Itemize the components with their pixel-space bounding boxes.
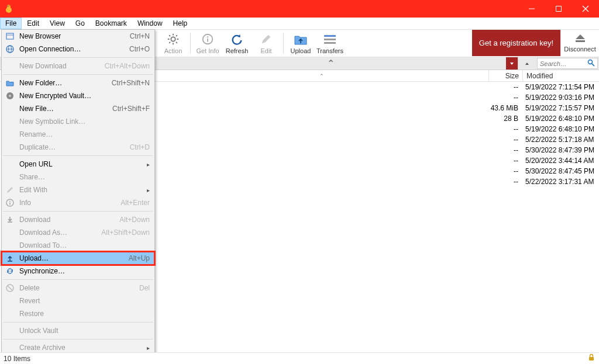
registration-label: Get a registration key! <box>479 39 553 47</box>
globe-icon <box>5 44 15 54</box>
menu-item-synchronize[interactable]: Synchronize… <box>2 265 154 278</box>
table-row[interactable]: --5/20/2022 3:44:14 AM <box>488 155 599 166</box>
menu-item-shortcut: Ctrl+Shift+N <box>112 79 150 87</box>
menu-item-label: Open Connection… <box>19 45 129 53</box>
search-input[interactable] <box>540 60 581 67</box>
table-row[interactable]: --5/22/2022 5:17:18 AM <box>488 134 599 145</box>
menu-item-label: Unlock Vault <box>19 327 150 335</box>
chevron-right-icon: ▸ <box>147 187 150 193</box>
toolbar-separator <box>283 33 284 54</box>
svg-point-17 <box>207 36 208 37</box>
column-modified[interactable]: Modified <box>523 70 599 81</box>
table-row[interactable]: 28 B5/19/2022 6:48:10 PM <box>488 113 599 124</box>
action-button[interactable]: Action <box>159 30 188 57</box>
svg-point-31 <box>9 95 11 97</box>
menu-item-label: Download To… <box>19 241 150 249</box>
menu-item-shortcut: Alt+Up <box>129 254 150 262</box>
menu-item-new-symbolic-link: New Symbolic Link… <box>2 115 154 128</box>
menu-item-download: DownloadAlt+Down <box>2 213 154 226</box>
info-icon <box>5 198 15 207</box>
svg-rect-19 <box>324 35 336 37</box>
location-dropdown[interactable] <box>506 57 518 70</box>
svg-line-24 <box>592 64 594 66</box>
menu-item-open-url[interactable]: Open URL▸ <box>2 158 154 171</box>
menu-item-revert: Revert <box>2 294 154 307</box>
status-text: 10 Items <box>4 355 30 363</box>
getinfo-button[interactable]: Get Info <box>193 30 222 57</box>
toolbar-separator <box>190 33 191 54</box>
search-icon[interactable] <box>587 59 595 68</box>
cell-size: 43.6 MiB <box>488 104 522 112</box>
eject-icon <box>573 33 587 45</box>
menu-item-label: Restore <box>19 310 150 318</box>
cell-modified: 5/22/2022 3:17:31 AM <box>522 178 595 186</box>
folder-icon <box>5 78 15 88</box>
window-close-button[interactable] <box>572 0 599 18</box>
table-row[interactable]: --5/19/2022 9:03:16 PM <box>488 92 599 103</box>
menu-item-upload[interactable]: Upload…Alt+Up <box>2 252 154 265</box>
status-bar: 10 Items <box>0 352 599 364</box>
column-size[interactable]: Size <box>489 70 523 81</box>
menu-item-new-file[interactable]: New File…Ctrl+Shift+F <box>2 102 154 115</box>
table-row[interactable]: 43.6 MiB5/19/2022 7:15:57 PM <box>488 103 599 113</box>
transfers-button[interactable]: Transfers <box>315 30 345 57</box>
disconnect-button[interactable]: Disconnect <box>560 30 599 56</box>
sync-icon <box>5 266 15 276</box>
window-maximize-button[interactable] <box>545 0 572 18</box>
refresh-button[interactable]: Refresh <box>222 30 252 57</box>
cell-size: -- <box>488 83 522 91</box>
cell-modified: 5/19/2022 7:15:57 PM <box>522 104 595 112</box>
menu-go[interactable]: Go <box>70 18 90 29</box>
menu-separator <box>3 211 153 212</box>
column-name[interactable]: ⌃ <box>155 70 489 81</box>
menu-bar: FileEditViewGoBookmarkWindowHelp <box>0 18 599 30</box>
sort-chevron-up-icon: ⌃ <box>319 73 324 79</box>
menu-item-shortcut: Alt+Down <box>119 216 150 224</box>
menu-help[interactable]: Help <box>168 18 193 29</box>
svg-rect-22 <box>576 40 585 42</box>
edit-button[interactable]: Edit <box>252 30 281 57</box>
chevron-up-icon: ⌃ <box>327 58 335 69</box>
table-row[interactable]: --5/30/2022 8:47:39 PM <box>488 145 599 155</box>
menu-item-new-folder[interactable]: New Folder…Ctrl+Shift+N <box>2 77 154 89</box>
chevron-right-icon: ▸ <box>147 345 150 351</box>
menu-file[interactable]: File <box>0 18 22 29</box>
menu-item-label: Create Archive <box>19 344 143 352</box>
svg-line-12 <box>169 35 170 36</box>
svg-point-2 <box>8 6 8 6</box>
refresh-label: Refresh <box>226 47 249 54</box>
menu-item-shortcut: Ctrl+Shift+F <box>112 105 150 113</box>
cell-modified: 5/22/2022 5:17:18 AM <box>522 136 595 144</box>
table-row[interactable]: --5/30/2022 8:47:45 PM <box>488 166 599 176</box>
registration-banner[interactable]: Get a registration key! <box>472 30 560 56</box>
menu-edit[interactable]: Edit <box>22 18 44 29</box>
table-row[interactable]: --5/19/2022 6:48:10 PM <box>488 124 599 134</box>
menu-item-label: Synchronize… <box>19 267 150 275</box>
location-bar[interactable]: ⌃ <box>155 57 506 70</box>
cell-modified: 5/20/2022 3:44:14 AM <box>522 157 595 165</box>
title-bar <box>0 0 599 18</box>
window-minimize-button[interactable] <box>518 0 545 18</box>
cell-modified: 5/19/2022 6:48:10 PM <box>522 115 595 123</box>
menu-item-label: Delete <box>19 284 139 292</box>
menu-item-label: Upload… <box>19 254 129 262</box>
menu-window[interactable]: Window <box>132 18 168 29</box>
transfers-label: Transfers <box>316 47 343 54</box>
search-box[interactable] <box>537 58 598 69</box>
menu-view[interactable]: View <box>44 18 70 29</box>
table-row[interactable]: --5/22/2022 3:17:31 AM <box>488 176 599 187</box>
menu-item-label: Share… <box>19 173 150 181</box>
svg-point-7 <box>171 37 175 41</box>
menu-item-new-encrypted-vault[interactable]: New Encrypted Vault… <box>2 89 154 102</box>
menu-item-new-browser[interactable]: New BrowserCtrl+N <box>2 30 154 43</box>
menu-item-open-connection[interactable]: Open Connection…Ctrl+O <box>2 43 154 56</box>
menu-item-shortcut: Ctrl+Alt+Down <box>105 62 150 70</box>
menu-bookmark[interactable]: Bookmark <box>90 18 132 29</box>
table-row[interactable]: --5/19/2022 7:11:54 PM <box>488 82 599 92</box>
svg-line-14 <box>169 42 170 43</box>
upload-button[interactable]: Upload <box>286 30 315 57</box>
history-up-button[interactable] <box>518 57 535 70</box>
svg-rect-18 <box>207 39 208 42</box>
cell-modified: 5/19/2022 9:03:16 PM <box>522 93 595 102</box>
cell-modified: 5/19/2022 6:48:10 PM <box>522 125 595 133</box>
